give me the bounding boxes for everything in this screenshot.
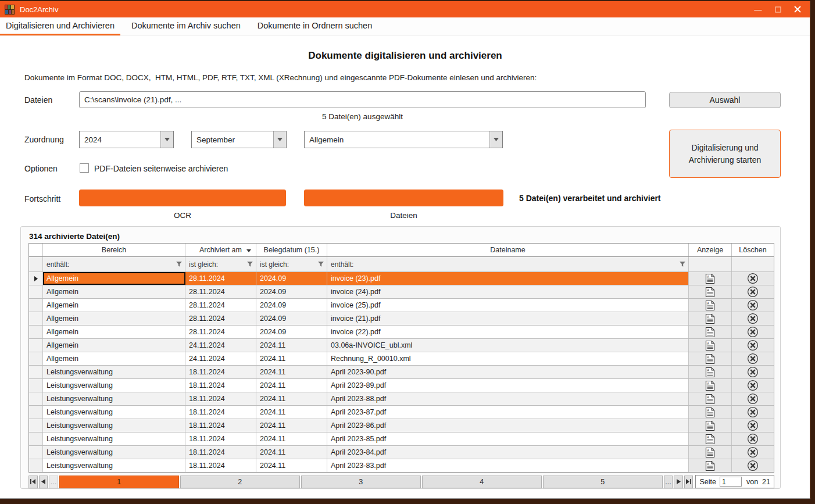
minimize-button[interactable]: — bbox=[749, 2, 767, 16]
year-select[interactable]: 2024 bbox=[79, 131, 174, 148]
start-digitalisierung-button[interactable]: Digitalisierung und Archivierung starten bbox=[669, 130, 781, 178]
cell-archiviert-am[interactable]: 18.11.2024 bbox=[185, 379, 256, 392]
cell-dateiname[interactable]: invoice (21).pdf bbox=[327, 312, 689, 325]
cell-bereich[interactable]: Allgemein bbox=[43, 312, 185, 325]
filter-bereich[interactable]: enthält: bbox=[43, 257, 185, 271]
loeschen-button[interactable] bbox=[732, 446, 774, 459]
anzeige-button[interactable]: A bbox=[689, 366, 732, 378]
cell-dateiname[interactable]: April 2023-83.pdf bbox=[327, 459, 689, 472]
cell-belegdatum[interactable]: 2024.11 bbox=[256, 366, 327, 378]
table-row[interactable]: Leistungsverwaltung18.11.20242024.11Apri… bbox=[29, 405, 774, 419]
page-button-5[interactable]: 5 bbox=[543, 476, 663, 488]
cell-dateiname[interactable]: April 2023-85.pdf bbox=[327, 432, 689, 445]
cell-archiviert-am[interactable]: 24.11.2024 bbox=[185, 339, 256, 352]
maximize-button[interactable] bbox=[769, 2, 787, 16]
page-button-3[interactable]: 3 bbox=[301, 476, 421, 488]
cell-belegdatum[interactable]: 2024.11 bbox=[256, 446, 327, 459]
table-row[interactable]: Allgemein28.11.20242024.09invoice (24).p… bbox=[29, 285, 774, 298]
tab-digitalisieren-und-archivieren[interactable]: Digitalisieren und Archivieren bbox=[0, 17, 120, 35]
loeschen-button[interactable] bbox=[732, 419, 774, 432]
cell-archiviert-am[interactable]: 18.11.2024 bbox=[185, 419, 256, 432]
table-row[interactable]: Leistungsverwaltung18.11.20242024.11Apri… bbox=[29, 392, 774, 405]
cell-dateiname[interactable]: April 2023-89.pdf bbox=[327, 379, 689, 392]
next-ellipsis-button[interactable]: ... bbox=[664, 476, 673, 488]
cell-belegdatum[interactable]: 2024.09 bbox=[256, 326, 327, 338]
cell-dateiname[interactable]: invoice (23).pdf bbox=[327, 272, 689, 285]
table-row[interactable]: Allgemein28.11.20242024.09invoice (23).p… bbox=[29, 271, 774, 285]
cell-archiviert-am[interactable]: 28.11.2024 bbox=[185, 326, 256, 338]
loeschen-button[interactable] bbox=[732, 312, 774, 325]
cell-belegdatum[interactable]: 2024.11 bbox=[256, 419, 327, 432]
loeschen-button[interactable] bbox=[732, 352, 774, 365]
pdf-seitenweise-checkbox[interactable] bbox=[80, 163, 89, 173]
cell-belegdatum[interactable]: 2024.09 bbox=[256, 312, 327, 325]
loeschen-button[interactable] bbox=[732, 339, 774, 352]
table-row[interactable]: Allgemein24.11.20242024.1103.06a-INVOICE… bbox=[29, 338, 774, 352]
last-page-button[interactable] bbox=[684, 476, 694, 488]
cell-dateiname[interactable]: April 2023-90.pdf bbox=[327, 366, 689, 378]
cell-archiviert-am[interactable]: 28.11.2024 bbox=[185, 312, 256, 325]
cell-dateiname[interactable]: April 2023-86.pdf bbox=[327, 419, 689, 432]
cell-bereich[interactable]: Allgemein bbox=[43, 339, 185, 352]
cell-belegdatum[interactable]: 2024.11 bbox=[256, 432, 327, 445]
page-button-1[interactable]: 1 bbox=[59, 476, 179, 488]
cell-dateiname[interactable]: Rechnung_R_00010.xml bbox=[327, 352, 689, 365]
cell-dateiname[interactable]: 03.06a-INVOICE_ubl.xml bbox=[327, 339, 689, 352]
cell-bereich[interactable]: Leistungsverwaltung bbox=[43, 406, 185, 419]
anzeige-button[interactable]: A bbox=[689, 379, 732, 392]
cell-archiviert-am[interactable]: 18.11.2024 bbox=[185, 392, 256, 405]
close-button[interactable] bbox=[789, 2, 806, 16]
cell-belegdatum[interactable]: 2024.11 bbox=[256, 459, 327, 472]
prev-page-button[interactable] bbox=[39, 476, 48, 488]
table-row[interactable]: Leistungsverwaltung18.11.20242024.11Apri… bbox=[29, 445, 774, 459]
column-header-belegdatum[interactable]: Belegdatum (15.) bbox=[256, 244, 327, 256]
loeschen-button[interactable] bbox=[732, 459, 774, 472]
filter-dateiname[interactable]: enthält: bbox=[327, 257, 689, 271]
cell-bereich[interactable]: Allgemein bbox=[43, 326, 185, 338]
cell-belegdatum[interactable]: 2024.11 bbox=[256, 379, 327, 392]
cell-belegdatum[interactable]: 2024.11 bbox=[256, 406, 327, 419]
cell-bereich[interactable]: Leistungsverwaltung bbox=[43, 419, 185, 432]
loeschen-button[interactable] bbox=[732, 406, 774, 419]
table-row[interactable]: Leistungsverwaltung18.11.20242024.11Apri… bbox=[29, 365, 774, 378]
cell-archiviert-am[interactable]: 28.11.2024 bbox=[185, 299, 256, 312]
loeschen-button[interactable] bbox=[732, 392, 774, 405]
cell-bereich[interactable]: Leistungsverwaltung bbox=[43, 432, 185, 445]
tab-dokumente-in-ordnern-suchen[interactable]: Dokumente in Ordnern suchen bbox=[252, 17, 378, 35]
page-button-2[interactable]: 2 bbox=[180, 476, 300, 488]
anzeige-button[interactable]: A bbox=[689, 272, 732, 285]
filter-archiviert-am[interactable]: ist gleich: bbox=[185, 257, 256, 271]
month-select[interactable]: September bbox=[191, 131, 287, 148]
auswahl-button[interactable]: Auswahl bbox=[669, 92, 781, 108]
loeschen-button[interactable] bbox=[732, 285, 774, 298]
column-header-bereich[interactable]: Bereich bbox=[43, 244, 185, 256]
cell-bereich[interactable]: Leistungsverwaltung bbox=[43, 446, 185, 459]
category-select[interactable]: Allgemein bbox=[304, 131, 503, 148]
dateien-input[interactable] bbox=[79, 91, 646, 108]
page-button-4[interactable]: 4 bbox=[422, 476, 542, 488]
column-header-archiviert-am[interactable]: Archiviert am bbox=[185, 244, 256, 256]
anzeige-button[interactable]: A bbox=[689, 459, 732, 472]
anzeige-button[interactable]: A bbox=[689, 326, 732, 338]
cell-belegdatum[interactable]: 2024.09 bbox=[256, 285, 327, 298]
chevron-down-icon[interactable] bbox=[160, 131, 173, 148]
cell-belegdatum[interactable]: 2024.09 bbox=[256, 272, 327, 285]
page-number-input[interactable] bbox=[720, 477, 742, 487]
loeschen-button[interactable] bbox=[732, 366, 774, 378]
anzeige-button[interactable]: A bbox=[689, 446, 732, 459]
filter-icon[interactable] bbox=[680, 260, 685, 269]
cell-belegdatum[interactable]: 2024.11 bbox=[256, 352, 327, 365]
cell-dateiname[interactable]: invoice (25).pdf bbox=[327, 299, 689, 312]
anzeige-button[interactable]: A bbox=[689, 419, 732, 432]
cell-archiviert-am[interactable]: 18.11.2024 bbox=[185, 459, 256, 472]
loeschen-button[interactable] bbox=[732, 272, 774, 285]
cell-bereich[interactable]: Allgemein bbox=[43, 272, 185, 285]
table-row[interactable]: Leistungsverwaltung18.11.20242024.11Apri… bbox=[29, 432, 774, 445]
cell-bereich[interactable]: Leistungsverwaltung bbox=[43, 459, 185, 472]
cell-bereich[interactable]: Allgemein bbox=[43, 299, 185, 312]
chevron-down-icon[interactable] bbox=[273, 131, 286, 148]
table-row[interactable]: Allgemein28.11.20242024.09invoice (25).p… bbox=[29, 298, 774, 312]
table-row[interactable]: Allgemein28.11.20242024.09invoice (22).p… bbox=[29, 325, 774, 338]
chevron-down-icon[interactable] bbox=[489, 131, 502, 148]
loeschen-button[interactable] bbox=[732, 379, 774, 392]
